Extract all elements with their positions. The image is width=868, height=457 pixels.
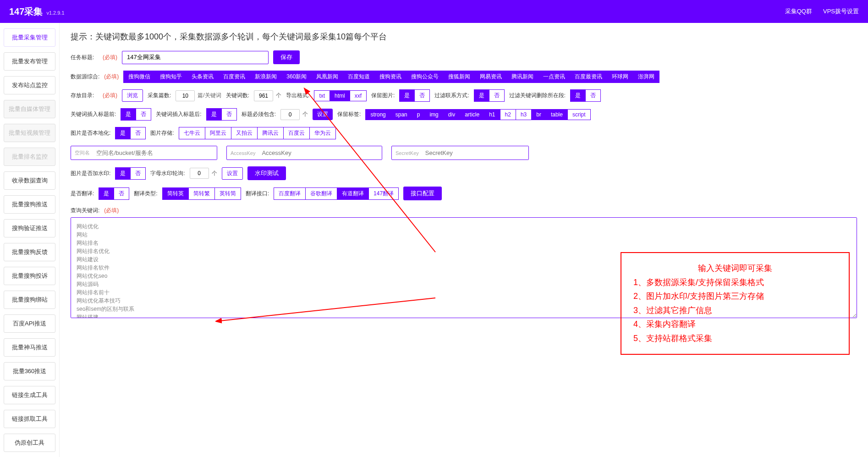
store-dir-label: 存放目录: bbox=[71, 92, 98, 99]
keep-tag-h2[interactable]: h2 bbox=[500, 109, 516, 120]
collect-count-input[interactable] bbox=[176, 90, 195, 101]
source-tag-9[interactable]: 搜狗公众号 bbox=[406, 71, 444, 83]
keep-tag-div[interactable]: div bbox=[443, 109, 460, 120]
sidebar-item-14[interactable]: 批量360推送 bbox=[4, 362, 55, 380]
img-store-1[interactable]: 阿里云 bbox=[205, 127, 231, 139]
img-store-3[interactable]: 腾讯云 bbox=[257, 127, 284, 139]
source-tag-16[interactable]: 澎湃网 bbox=[633, 71, 659, 83]
kw-after-yes[interactable]: 是 bbox=[206, 108, 222, 121]
keep-tag-p[interactable]: p bbox=[412, 109, 425, 120]
task-title-input[interactable] bbox=[122, 51, 269, 64]
source-tag-3[interactable]: 百度资讯 bbox=[218, 71, 250, 83]
source-tag-0[interactable]: 搜狗微信 bbox=[123, 71, 155, 83]
kw-after-no[interactable]: 否 bbox=[221, 108, 237, 121]
filter-kw-delete-no[interactable]: 否 bbox=[585, 89, 601, 102]
keywords-textarea[interactable] bbox=[71, 217, 857, 318]
filter-kw-delete-yes[interactable]: 是 bbox=[570, 89, 586, 102]
keep-tag-h1[interactable]: h1 bbox=[484, 109, 500, 120]
app-title: 147采集 bbox=[9, 6, 43, 18]
secret-key-input[interactable] bbox=[423, 146, 528, 160]
export-format-1[interactable]: html bbox=[330, 90, 350, 101]
secret-key-field: SecretKey bbox=[391, 146, 529, 160]
keep-tag-img[interactable]: img bbox=[424, 109, 443, 120]
watermark-no[interactable]: 否 bbox=[130, 167, 146, 180]
keep-tag-br[interactable]: br bbox=[531, 109, 546, 120]
keep-tag-h3[interactable]: h3 bbox=[516, 109, 532, 120]
api-config-button[interactable]: 接口配置 bbox=[403, 187, 442, 200]
translate-type-1[interactable]: 简转繁 bbox=[188, 187, 215, 200]
kw-before-no[interactable]: 否 bbox=[136, 108, 151, 121]
save-button[interactable]: 保存 bbox=[273, 50, 300, 64]
sidebar-item-0[interactable]: 批量采集管理 bbox=[4, 28, 55, 47]
source-tag-14[interactable]: 百度最资讯 bbox=[570, 71, 607, 83]
filter-contact-toggle: 是 否 bbox=[474, 89, 505, 102]
sidebar-item-11[interactable]: 批量搜狗绑站 bbox=[4, 291, 55, 309]
sidebar-item-8[interactable]: 搜狗验证推送 bbox=[4, 219, 55, 237]
sidebar-item-6[interactable]: 收录数据查询 bbox=[4, 171, 55, 190]
img-store-label: 图片存储: bbox=[150, 129, 174, 137]
source-tag-2[interactable]: 头条资讯 bbox=[187, 71, 219, 83]
wm-set-button[interactable]: 设置 bbox=[222, 167, 243, 180]
sidebar-item-1[interactable]: 批量发布管理 bbox=[4, 52, 55, 71]
translate-no[interactable]: 否 bbox=[114, 187, 129, 200]
link-qq-group[interactable]: 采集QQ群 bbox=[785, 7, 812, 16]
filter-contact-no[interactable]: 否 bbox=[489, 89, 505, 102]
sidebar-item-13[interactable]: 批量神马推送 bbox=[4, 338, 55, 357]
keep-tag-strong[interactable]: strong bbox=[365, 109, 390, 120]
img-store-2[interactable]: 又拍云 bbox=[231, 127, 258, 139]
sidebar-item-17[interactable]: 伪原创工具 bbox=[4, 434, 55, 452]
img-store-4[interactable]: 百度云 bbox=[283, 127, 310, 139]
img-store-0[interactable]: 七牛云 bbox=[179, 127, 205, 139]
keep-image-yes[interactable]: 是 bbox=[399, 89, 415, 102]
sidebar-item-7[interactable]: 批量搜狗推送 bbox=[4, 195, 55, 214]
sidebar-item-10[interactable]: 批量搜狗投诉 bbox=[4, 267, 55, 285]
translate-yes[interactable]: 是 bbox=[99, 187, 114, 200]
browse-button[interactable]: 浏览 bbox=[122, 89, 143, 102]
keep-tag-table[interactable]: table bbox=[546, 109, 568, 120]
title-set-button[interactable]: 设置 bbox=[313, 109, 333, 120]
watermark-yes[interactable]: 是 bbox=[115, 167, 131, 180]
title-contain-input[interactable] bbox=[280, 109, 300, 120]
img-store-5[interactable]: 华为云 bbox=[309, 127, 336, 139]
export-format-2[interactable]: xxf bbox=[350, 90, 367, 101]
sidebar-item-2[interactable]: 发布站点监控 bbox=[4, 76, 55, 94]
translate-type-0[interactable]: 简转英 bbox=[162, 187, 189, 200]
source-tag-4[interactable]: 新浪新闻 bbox=[250, 71, 282, 83]
translate-api-2[interactable]: 有道翻译 bbox=[337, 187, 369, 200]
access-key-input[interactable] bbox=[259, 146, 382, 160]
source-tag-12[interactable]: 腾讯新闻 bbox=[506, 71, 538, 83]
keep-tag-article[interactable]: article bbox=[460, 109, 484, 120]
link-vps-dial[interactable]: VPS拨号设置 bbox=[823, 7, 859, 16]
keep-image-no[interactable]: 否 bbox=[414, 89, 430, 102]
translate-api-1[interactable]: 谷歌翻译 bbox=[305, 187, 337, 200]
img-local-no[interactable]: 否 bbox=[130, 127, 146, 139]
translate-type-2[interactable]: 英转简 bbox=[214, 187, 241, 200]
keyword-count-input[interactable] bbox=[254, 90, 273, 101]
kw-before-yes[interactable]: 是 bbox=[121, 108, 136, 121]
translate-api-3[interactable]: 147翻译 bbox=[368, 187, 399, 200]
translate-api-label: 翻译接口: bbox=[246, 190, 269, 198]
wm-test-button[interactable]: 水印测试 bbox=[247, 166, 286, 180]
source-tag-5[interactable]: 360新闻 bbox=[281, 71, 312, 83]
source-tag-10[interactable]: 搜狐新闻 bbox=[443, 71, 475, 83]
source-tag-6[interactable]: 凤凰新闻 bbox=[311, 71, 343, 83]
keep-tag-span[interactable]: span bbox=[390, 109, 412, 120]
translate-api-0[interactable]: 百度翻译 bbox=[274, 187, 306, 200]
source-tag-15[interactable]: 环球网 bbox=[607, 71, 633, 83]
source-tag-8[interactable]: 搜狗资讯 bbox=[374, 71, 407, 83]
source-tag-13[interactable]: 一点资讯 bbox=[538, 71, 570, 83]
keep-tag-script[interactable]: script bbox=[567, 109, 591, 120]
img-local-yes[interactable]: 是 bbox=[115, 127, 131, 139]
source-tag-11[interactable]: 网易资讯 bbox=[475, 71, 507, 83]
sidebar-item-16[interactable]: 链接抓取工具 bbox=[4, 410, 55, 428]
source-tag-1[interactable]: 搜狗知乎 bbox=[155, 71, 187, 83]
sidebar-item-15[interactable]: 链接生成工具 bbox=[4, 386, 55, 404]
collect-count-suffix: 篇/关键词 bbox=[198, 92, 221, 99]
export-format-0[interactable]: txt bbox=[314, 90, 330, 101]
filter-contact-yes[interactable]: 是 bbox=[474, 89, 489, 102]
space-name-input[interactable] bbox=[93, 146, 217, 160]
sidebar-item-12[interactable]: 百度API推送 bbox=[4, 314, 55, 333]
source-tag-7[interactable]: 百度知道 bbox=[343, 71, 375, 83]
sidebar-item-9[interactable]: 批量搜狗反馈 bbox=[4, 243, 55, 261]
letter-wm-input[interactable] bbox=[190, 168, 209, 179]
